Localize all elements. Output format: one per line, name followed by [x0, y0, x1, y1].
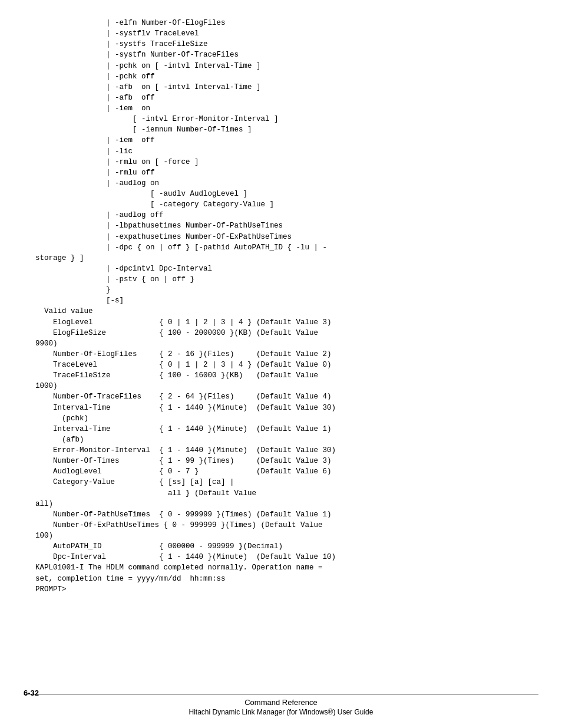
footer-title: Command Reference — [24, 698, 538, 707]
footer-subtitle: Hitachi Dynamic Link Manager (for Window… — [24, 708, 538, 716]
code-content: | -elfn Number-Of-ElogFiles | -systflv T… — [35, 18, 527, 595]
page-container: | -elfn Number-Of-ElogFiles | -systflv T… — [0, 0, 562, 728]
content-area: | -elfn Number-Of-ElogFiles | -systflv T… — [24, 12, 538, 601]
footer-divider: Command Reference Hitachi Dynamic Link M… — [24, 694, 538, 716]
footer: Command Reference Hitachi Dynamic Link M… — [0, 694, 562, 716]
